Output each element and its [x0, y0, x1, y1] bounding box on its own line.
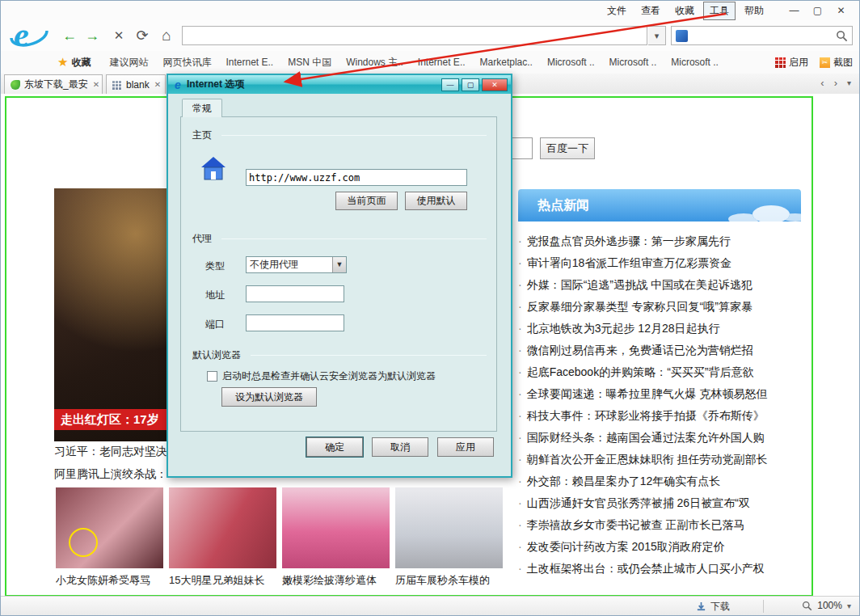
menu-tools[interactable]: 工具: [703, 2, 736, 20]
news-item[interactable]: ·外媒：国际“追逃”遇挑战 中国或在美起诉逃犯: [518, 274, 801, 296]
fav-link-internet-explorer-2[interactable]: Internet E..: [418, 57, 466, 68]
refresh-icon[interactable]: ⟳: [132, 25, 153, 46]
fav-link-microsoft-3[interactable]: Microsoft ..: [671, 57, 719, 68]
news-item[interactable]: ·朝鲜首次公开金正恩妹妹职衔 担任劳动党副部长: [518, 449, 801, 470]
news-item[interactable]: ·外交部：赖昌星案办了12年确实有点长: [518, 470, 801, 492]
download-button[interactable]: 下载: [696, 600, 730, 614]
news-item[interactable]: ·党报盘点官员外逃步骤：第一步家属先行: [518, 230, 801, 252]
news-item[interactable]: ·科技大事件：环球影业将接手拍摄《乔布斯传》: [518, 405, 801, 427]
thumbnail-image[interactable]: [395, 487, 503, 568]
back-button[interactable]: ←: [59, 25, 80, 46]
default-browser-checkbox-label[interactable]: 启动时总是检查并确认云安全浏览器为默认浏览器: [222, 369, 436, 383]
stop-button[interactable]: ✕: [108, 25, 129, 46]
news-item[interactable]: ·土改框架将出台：或仍会禁止城市人口买小产权: [518, 558, 801, 580]
news-item[interactable]: ·全球要闻速递：曝希拉里脾气火爆 克林顿易怒但: [518, 383, 801, 405]
thumbnail-card[interactable]: 历届车展秒杀车模的: [395, 487, 503, 588]
fav-link-microsoft-1[interactable]: Microsoft ..: [547, 57, 595, 68]
headline-link[interactable]: 阿里腾讯上演绞杀战：: [54, 467, 167, 482]
close-button[interactable]: ✕: [829, 3, 853, 18]
thumbnail-image[interactable]: [56, 487, 163, 568]
tab-label: blank: [126, 79, 150, 91]
search-box[interactable]: [671, 26, 853, 45]
thumbnail-caption[interactable]: 小龙女陈妍希受辱骂: [56, 573, 163, 588]
news-item[interactable]: ·微信刚过易信再来，免费通话已沦为营销烂招: [518, 340, 801, 361]
menu-view[interactable]: 查看: [635, 2, 666, 19]
thumbnail-card[interactable]: 小龙女陈妍希受辱骂: [56, 487, 163, 588]
favorites-star-icon[interactable]: ★: [57, 55, 68, 70]
thumbnail-image[interactable]: [169, 487, 276, 568]
home-icon[interactable]: ⌂: [156, 25, 177, 46]
select-dropdown-icon[interactable]: ▼: [332, 257, 346, 272]
fav-link-windows-home[interactable]: Windows 主..: [346, 56, 403, 70]
apply-button[interactable]: 应用: [437, 437, 494, 457]
thumbnail-caption[interactable]: 15大明星兄弟姐妹长: [169, 573, 276, 588]
news-item[interactable]: ·山西涉通奸女官员张秀萍被捕 26日被宣布“双: [518, 492, 801, 514]
dialog-title-bar[interactable]: e Internet 选项 — ▢ ✕: [168, 75, 511, 94]
news-item[interactable]: ·发改委问计药改方案 2015取消政府定价: [518, 536, 801, 558]
favorites-bar-right: 启用 ✂ 截图: [775, 51, 853, 74]
baidu-search-button[interactable]: 百度一下: [540, 137, 595, 159]
forward-button[interactable]: →: [82, 25, 103, 46]
headline-link[interactable]: 习近平：老同志对坚决: [54, 445, 167, 459]
fav-link-web-slices[interactable]: 网页快讯库: [162, 56, 211, 70]
ok-button[interactable]: 确定: [306, 437, 363, 457]
address-dropdown-icon[interactable]: ▾: [648, 26, 666, 45]
menu-help[interactable]: 帮助: [739, 2, 769, 19]
proxy-address-input[interactable]: [246, 285, 344, 302]
address-bar-input[interactable]: [182, 26, 647, 45]
thumbnail-card[interactable]: 15大明星兄弟姐妹长: [169, 487, 276, 588]
news-item[interactable]: ·起底Facebook的并购策略：“买买买”背后意欲: [518, 361, 801, 383]
thumbnail-image[interactable]: [282, 487, 390, 568]
general-tab-panel: 主页 当前页面 使用默认 代理 类型 不使用代理 ▼ 地址 端口: [180, 116, 497, 432]
menu-favorites[interactable]: 收藏: [669, 2, 700, 19]
current-page-button[interactable]: 当前页面: [335, 192, 398, 210]
thumbnail-caption[interactable]: 历届车展秒杀车模的: [395, 573, 503, 588]
tab-close-icon[interactable]: ✕: [88, 80, 99, 89]
fav-link-marketplace[interactable]: Marketplac..: [480, 57, 533, 68]
hot-news-panel: 热点新闻 ·党报盘点官员外逃步骤：第一步家属先行 ·审计署向18省派工作组审查万…: [518, 189, 801, 580]
dialog-maximize-button[interactable]: ▢: [462, 78, 479, 91]
news-item[interactable]: ·国际财经头条：越南国会通过法案允许外国人购: [518, 427, 801, 449]
status-bar: 下载 100% ▾: [1, 596, 859, 615]
browser-logo-icon[interactable]: e: [7, 15, 49, 56]
news-item[interactable]: ·北京地铁改为3元起步 12月28日起执行: [518, 318, 801, 340]
tab-general[interactable]: 常规: [182, 99, 222, 117]
maximize-button[interactable]: ▢: [806, 3, 829, 18]
proxy-type-select[interactable]: 不使用代理 ▼: [246, 256, 347, 273]
capture-button[interactable]: 截图: [833, 56, 853, 70]
homepage-url-input[interactable]: [246, 169, 467, 186]
favorites-button[interactable]: 收藏: [71, 56, 91, 70]
dialog-close-button[interactable]: ✕: [482, 78, 508, 91]
dialog-minimize-button[interactable]: —: [441, 78, 459, 91]
thumbnail-caption[interactable]: 嫩模彩绘披薄纱遮体: [282, 573, 390, 588]
search-icon[interactable]: [836, 30, 848, 42]
tab-blank[interactable]: blank ✕: [106, 74, 166, 94]
tab-list-icon[interactable]: ▾: [847, 78, 851, 87]
tab-dongpo-download[interactable]: 东坡下载_最安 ✕: [4, 74, 103, 94]
proxy-port-input[interactable]: [246, 314, 344, 331]
cancel-button[interactable]: 取消: [372, 437, 428, 457]
search-provider-icon: [676, 30, 688, 42]
tab-scroll-right-icon[interactable]: ›: [834, 77, 837, 89]
use-default-button[interactable]: 使用默认: [405, 192, 467, 210]
news-item[interactable]: ·审计署向18省派工作组审查万亿彩票资金: [518, 252, 801, 274]
default-browser-checkbox[interactable]: [207, 371, 217, 382]
ie-icon: e: [171, 78, 184, 91]
menu-file[interactable]: 文件: [601, 2, 632, 19]
news-item[interactable]: ·反家暴细分家暴类型 专家称只回复“哦”算家暴: [518, 296, 801, 318]
fav-link-microsoft-2[interactable]: Microsoft ..: [609, 57, 657, 68]
enable-button[interactable]: 启用: [789, 56, 808, 70]
minimize-button[interactable]: —: [782, 3, 806, 18]
fav-link-suggested-sites[interactable]: 建议网站: [109, 56, 148, 70]
fav-link-internet-explorer-1[interactable]: Internet E..: [226, 57, 273, 68]
enable-grid-icon: [775, 57, 786, 68]
news-item[interactable]: ·李崇禧故乡女市委书记被查 正副市长已落马: [518, 514, 801, 536]
zoom-control[interactable]: 100% ▾: [802, 600, 851, 611]
fav-link-msn-china[interactable]: MSN 中国: [288, 56, 331, 70]
thumbnail-card[interactable]: 嫩模彩绘披薄纱遮体: [282, 487, 390, 588]
tab-scroll-left-icon[interactable]: ‹: [820, 77, 824, 89]
zoom-dropdown-icon[interactable]: ▾: [847, 601, 851, 610]
tab-close-icon[interactable]: ✕: [150, 80, 161, 89]
set-default-browser-button[interactable]: 设为默认浏览器: [221, 387, 317, 407]
homepage-section-label: 主页: [192, 129, 212, 142]
